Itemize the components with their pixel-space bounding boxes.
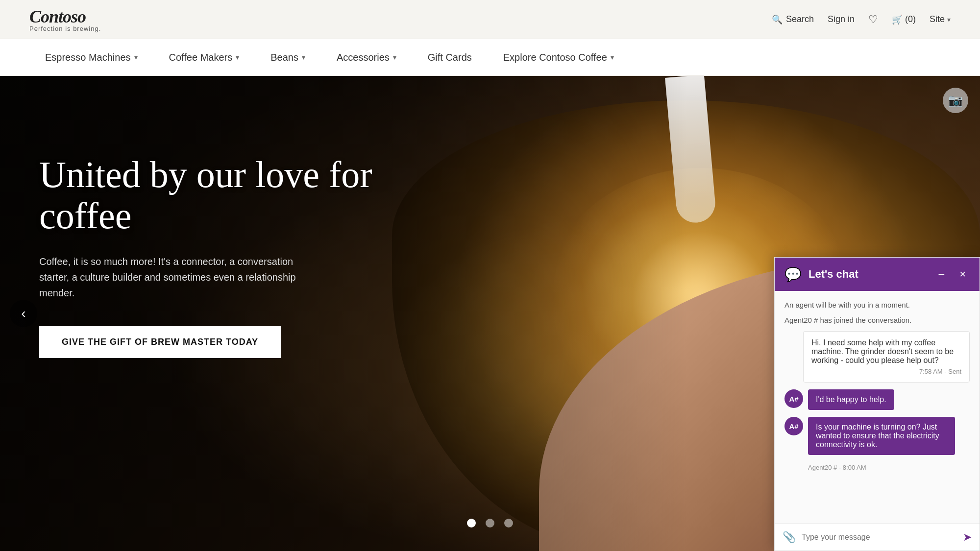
hero-title: United by our love for coffee	[39, 154, 461, 236]
chat-sent-time: 7:58 AM - Sent	[811, 368, 961, 375]
chat-send-button[interactable]: ➤	[963, 531, 972, 544]
nav-item-accessories[interactable]: Accessories ▾	[321, 39, 412, 75]
nav-beans-label: Beans	[270, 52, 298, 63]
attach-icon: 📎	[783, 531, 796, 543]
hero-subtitle: Coffee, it is so much more! It's a conne…	[39, 254, 323, 301]
chat-agent-time: Agent20 # - 8:00 AM	[808, 464, 970, 471]
logo: Contoso Perfection is brewing.	[29, 6, 101, 32]
chevron-down-icon: ▾	[236, 53, 239, 61]
chevron-down-icon: ▾	[947, 16, 951, 24]
chat-user-text: Hi, I need some help with my coffee mach…	[811, 338, 954, 364]
chat-agent-joined: Agent20 # has joined the conversation.	[784, 316, 970, 324]
brand-tagline: Perfection is brewing.	[29, 25, 101, 32]
nav-espresso-label: Espresso Machines	[45, 52, 131, 63]
chat-close-button[interactable]: ×	[956, 266, 970, 283]
cart-button[interactable]: 🛒 (0)	[892, 14, 916, 25]
chevron-down-icon: ▾	[393, 53, 396, 61]
chat-system-message: An agent will be with you in a moment.	[784, 301, 970, 309]
chat-header: 💬 Let's chat − ×	[775, 258, 980, 291]
chevron-down-icon: ▾	[611, 53, 614, 61]
search-label: Search	[786, 14, 814, 24]
search-icon: 🔍	[772, 14, 783, 25]
chat-icon: 💬	[784, 266, 802, 283]
hero-dot-3[interactable]	[504, 519, 513, 527]
site-header: Contoso Perfection is brewing. 🔍 Search …	[0, 0, 980, 39]
nav-item-espresso-machines[interactable]: Espresso Machines ▾	[29, 39, 153, 75]
nav-explore-label: Explore Contoso Coffee	[503, 52, 607, 63]
chevron-left-icon: ‹	[21, 306, 25, 321]
chat-title: Let's chat	[808, 268, 927, 281]
hero-section: 📷 United by our love for coffee Coffee, …	[0, 76, 980, 551]
nav-item-coffee-makers[interactable]: Coffee Makers ▾	[153, 39, 255, 75]
agent-avatar-2: A#	[784, 417, 803, 435]
camera-icon[interactable]: 📷	[943, 88, 968, 113]
main-nav: Espresso Machines ▾ Coffee Makers ▾ Bean…	[0, 39, 980, 76]
header-actions: 🔍 Search Sign in ♡ 🛒 (0) Site ▾	[772, 13, 951, 26]
nav-coffee-label: Coffee Makers	[169, 52, 233, 63]
chat-agent-message-2: Is your machine is turning on? Just want…	[808, 417, 955, 455]
brand-name: Contoso	[29, 6, 86, 27]
search-button[interactable]: 🔍 Search	[772, 14, 814, 25]
chat-minimize-button[interactable]: −	[934, 265, 949, 283]
hero-dot-1[interactable]	[467, 519, 476, 527]
nav-item-beans[interactable]: Beans ▾	[255, 39, 321, 75]
send-icon: ➤	[963, 531, 972, 543]
chat-attach-button[interactable]: 📎	[783, 531, 796, 544]
nav-item-gift-cards[interactable]: Gift Cards	[412, 39, 488, 75]
nav-accessories-label: Accessories	[337, 52, 390, 63]
nav-gift-cards-label: Gift Cards	[428, 52, 472, 63]
chat-agent-message-1: I'd be happy to help.	[808, 389, 894, 410]
hero-prev-button[interactable]: ‹	[10, 300, 37, 327]
nav-item-explore[interactable]: Explore Contoso Coffee ▾	[488, 39, 630, 75]
chat-user-message: Hi, I need some help with my coffee mach…	[803, 331, 970, 383]
cart-icon: 🛒	[892, 14, 903, 25]
chat-footer: 📎 ➤	[775, 524, 980, 551]
chat-widget: 💬 Let's chat − × An agent will be with y…	[774, 257, 980, 551]
chevron-down-icon: ▾	[134, 53, 138, 61]
chat-agent-row-2: A# Is your machine is turning on? Just w…	[784, 417, 970, 455]
sign-in-button[interactable]: Sign in	[828, 14, 855, 24]
agent-avatar-1: A#	[784, 389, 803, 408]
chat-body: An agent will be with you in a moment. A…	[775, 291, 980, 524]
hero-dots	[467, 519, 513, 527]
site-label: Site	[930, 14, 945, 24]
hero-dot-2[interactable]	[486, 519, 494, 527]
hero-cta-button[interactable]: GIVE THE GIFT OF BREW MASTER TODAY	[39, 326, 281, 358]
hero-content: United by our love for coffee Coffee, it…	[39, 154, 461, 358]
chat-input[interactable]	[802, 533, 957, 542]
cart-count: (0)	[905, 14, 916, 24]
chat-agent-row-1: A# I'd be happy to help.	[784, 389, 970, 410]
site-button[interactable]: Site ▾	[930, 14, 951, 24]
wishlist-icon[interactable]: ♡	[868, 13, 878, 26]
chevron-down-icon: ▾	[302, 53, 305, 61]
